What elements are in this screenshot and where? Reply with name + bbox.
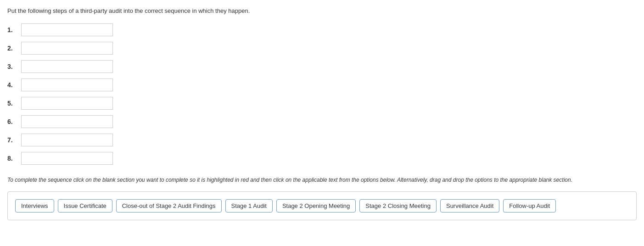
option-button-issue-certificate[interactable]: Issue Certificate (58, 199, 112, 212)
sequence-box-1[interactable] (21, 23, 113, 36)
sequence-item: 3. (7, 60, 637, 73)
sequence-item: 1. (7, 23, 637, 36)
sequence-item: 7. (7, 134, 637, 146)
option-button-stage1-audit[interactable]: Stage 1 Audit (225, 199, 273, 212)
sequence-number-6: 6. (7, 118, 21, 125)
option-button-followup-audit[interactable]: Follow-up Audit (503, 199, 556, 212)
sequence-box-5[interactable] (21, 97, 113, 110)
sequence-number-7: 7. (7, 136, 21, 144)
sequence-item: 6. (7, 115, 637, 128)
sequence-box-6[interactable] (21, 115, 113, 128)
sequence-number-2: 2. (7, 45, 21, 52)
sequence-item: 5. (7, 97, 637, 110)
sequence-box-4[interactable] (21, 78, 113, 91)
option-button-interviews[interactable]: Interviews (15, 199, 54, 212)
sequence-number-5: 5. (7, 100, 21, 107)
option-button-surveillance-audit[interactable]: Surveillance Audit (440, 199, 499, 212)
sequence-number-3: 3. (7, 63, 21, 70)
option-button-close-out-stage2[interactable]: Close-out of Stage 2 Audit Findings (116, 199, 222, 212)
instruction-text: Put the following steps of a third-party… (7, 7, 637, 14)
sequence-item: 2. (7, 42, 637, 55)
sequence-box-7[interactable] (21, 134, 113, 146)
sequence-number-8: 8. (7, 155, 21, 162)
option-button-stage2-closing[interactable]: Stage 2 Closing Meeting (359, 199, 437, 212)
sequence-number-4: 4. (7, 81, 21, 89)
sequence-list: 1.2.3.4.5.6.7.8. (7, 23, 637, 165)
sequence-item: 4. (7, 78, 637, 91)
sequence-box-3[interactable] (21, 60, 113, 73)
sequence-item: 8. (7, 152, 637, 165)
completion-instruction: To complete the sequence click on the bl… (7, 176, 637, 184)
sequence-box-2[interactable] (21, 42, 113, 55)
sequence-box-8[interactable] (21, 152, 113, 165)
options-container: InterviewsIssue CertificateClose-out of … (7, 191, 637, 220)
option-button-stage2-opening[interactable]: Stage 2 Opening Meeting (276, 199, 356, 212)
sequence-number-1: 1. (7, 26, 21, 34)
